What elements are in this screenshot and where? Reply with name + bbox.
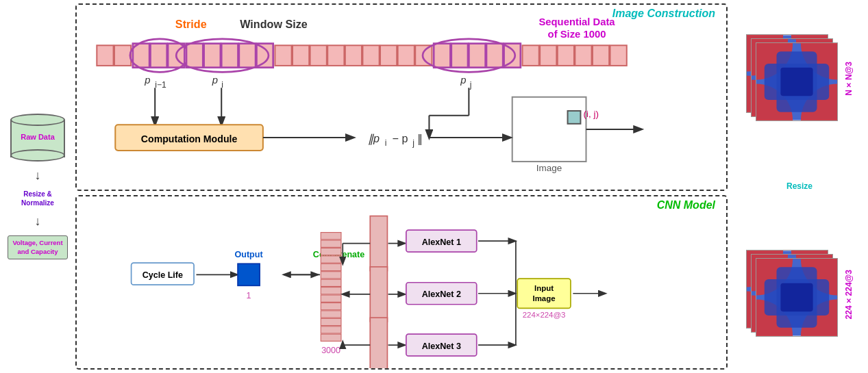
svg-rect-23 <box>469 44 485 68</box>
svg-rect-82 <box>370 216 387 270</box>
svg-rect-67 <box>321 263 341 270</box>
svg-text:Image: Image <box>533 294 556 303</box>
svg-rect-69 <box>321 279 341 286</box>
svg-rect-6 <box>186 44 203 68</box>
svg-rect-74 <box>321 318 341 325</box>
seq-data-label2: of Size 1000 <box>548 29 606 40</box>
svg-rect-73 <box>321 310 341 317</box>
svg-rect-119 <box>780 68 813 96</box>
svg-rect-68 <box>321 271 341 278</box>
stride-label: Stride <box>175 18 207 30</box>
svg-rect-84 <box>370 266 387 321</box>
window-size-label: Window Size <box>240 18 308 30</box>
middle-section: Image Construction Stride Window Size Se… <box>75 0 731 373</box>
svg-text:AlexNet 2: AlexNet 2 <box>422 290 461 299</box>
svg-rect-24 <box>486 44 503 68</box>
left-section: Raw Data ↓ Resize & Normalize ↓ Voltage,… <box>0 0 75 373</box>
svg-rect-21 <box>434 44 450 68</box>
svg-text:(i, j): (i, j) <box>583 109 598 119</box>
svg-rect-86 <box>370 318 387 368</box>
svg-text:j: j <box>412 138 414 148</box>
svg-rect-13 <box>293 45 309 66</box>
svg-rect-75 <box>321 326 341 333</box>
svg-rect-25 <box>504 44 521 68</box>
svg-rect-0 <box>97 45 113 66</box>
svg-rect-7 <box>204 44 221 68</box>
svg-rect-27 <box>523 45 539 66</box>
svg-rect-9 <box>239 44 256 68</box>
svg-rect-22 <box>451 44 468 68</box>
svg-rect-29 <box>558 45 574 66</box>
svg-rect-15 <box>327 45 344 66</box>
cnn-model-box: CNN Model Cycle Life Output 1 <box>75 195 728 370</box>
seq-data-label: Sequential Data <box>538 16 615 27</box>
svg-rect-143 <box>780 283 813 311</box>
svg-rect-101 <box>517 279 571 308</box>
svg-rect-28 <box>540 45 556 66</box>
raw-data-label: Raw Data <box>21 133 55 142</box>
svg-rect-16 <box>345 45 362 66</box>
svg-rect-71 <box>321 295 341 302</box>
svg-rect-32 <box>610 45 627 66</box>
bottom-image-stack <box>745 250 841 339</box>
resize-normalize-label: Resize & Normalize <box>7 190 69 207</box>
svg-rect-54 <box>568 111 581 124</box>
svg-rect-77 <box>321 255 341 262</box>
svg-rect-61 <box>238 263 260 285</box>
svg-rect-8 <box>221 44 238 68</box>
svg-text:‖: ‖ <box>417 132 423 145</box>
top-image-stack <box>745 34 841 123</box>
svg-text:AlexNet 3: AlexNet 3 <box>422 341 461 350</box>
svg-text:‖p: ‖p <box>368 132 380 145</box>
voltage-box: Voltage, Current and Capacity <box>8 235 68 259</box>
svg-text:i: i <box>385 138 387 148</box>
svg-rect-18 <box>380 45 397 66</box>
right-section: N×N@3 Resize <box>731 0 868 373</box>
svg-rect-10 <box>256 44 273 68</box>
db-ellipse-bottom <box>10 149 65 162</box>
svg-text:i−1: i−1 <box>155 80 166 90</box>
svg-rect-1 <box>114 45 131 66</box>
svg-text:− p: − p <box>393 132 408 144</box>
main-container: Raw Data ↓ Resize & Normalize ↓ Voltage,… <box>0 0 868 373</box>
svg-rect-72 <box>321 303 341 309</box>
heatmap-top-1 <box>756 42 838 121</box>
svg-rect-17 <box>362 45 379 66</box>
svg-rect-79 <box>321 240 341 247</box>
ic-diagram-svg: Stride Window Size Sequential Data of Si… <box>77 5 726 190</box>
svg-text:Output: Output <box>234 250 263 259</box>
bottom-dim-label: 224×224@3 <box>844 270 854 319</box>
svg-text:p: p <box>212 75 218 86</box>
svg-text:Computation Module: Computation Module <box>141 133 238 144</box>
svg-text:Image: Image <box>536 163 562 173</box>
svg-rect-30 <box>575 45 591 66</box>
svg-rect-76 <box>321 334 341 341</box>
svg-rect-78 <box>321 248 341 255</box>
svg-text:Cycle Life: Cycle Life <box>142 270 183 279</box>
svg-rect-3 <box>150 44 166 68</box>
svg-text:224×224@3: 224×224@3 <box>523 311 566 319</box>
svg-text:1: 1 <box>247 290 251 300</box>
svg-text:AlexNet 1: AlexNet 1 <box>422 237 461 246</box>
svg-text:Input: Input <box>534 284 554 292</box>
database-shape: Raw Data <box>10 114 65 162</box>
cnn-diagram-svg: Cycle Life Output 1 Concatenate <box>77 196 726 369</box>
svg-rect-80 <box>321 232 341 239</box>
svg-rect-52 <box>512 97 586 162</box>
svg-text:p: p <box>460 75 466 86</box>
arrow-down-2: ↓ <box>35 214 41 229</box>
arrow-down-1: ↓ <box>35 168 41 183</box>
heatmap-bottom-1 <box>756 258 838 337</box>
svg-rect-14 <box>310 45 327 66</box>
resize-label: Resize <box>786 181 813 191</box>
svg-text:p: p <box>144 75 150 86</box>
top-dim-label: N×N@3 <box>844 62 854 96</box>
svg-rect-70 <box>321 287 341 294</box>
image-construction-box: Image Construction Stride Window Size Se… <box>75 3 728 191</box>
svg-text:3000: 3000 <box>321 345 340 355</box>
svg-rect-12 <box>275 45 291 66</box>
svg-rect-31 <box>593 45 609 66</box>
svg-rect-19 <box>398 45 414 66</box>
